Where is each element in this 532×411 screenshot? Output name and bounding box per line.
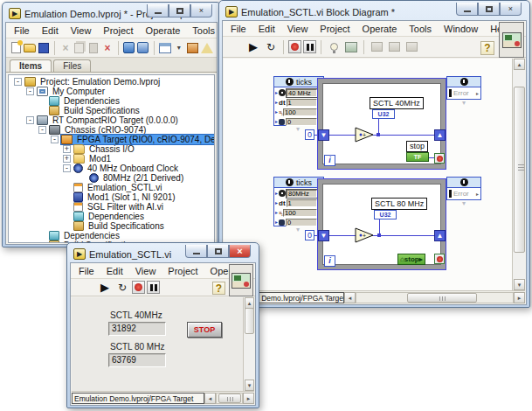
offset-value[interactable]: 0: [286, 219, 317, 226]
tree-item-my-computer[interactable]: -My Computer: [9, 87, 214, 96]
tab-files[interactable]: Files: [53, 59, 91, 72]
step-over-icon[interactable]: [386, 39, 402, 54]
clock-select-value[interactable]: 80MHz: [287, 190, 317, 198]
stop-button[interactable]: STOP: [187, 322, 222, 338]
u32-indicator-terminal[interactable]: U32: [374, 210, 397, 219]
sctl-loop-border[interactable]: [317, 178, 446, 270]
error-output-node-40mhz[interactable]: Error▸: [446, 76, 481, 100]
block-diagram-canvas[interactable]: ticks ▸40 MHz ▸dt1 ▸³²₁100 ▸0 ▾ 0 ▼ ▲: [224, 59, 525, 290]
vertical-scrollbar[interactable]: ▴ ▾: [243, 297, 254, 391]
indicator-value-80mhz[interactable]: 63769: [108, 353, 166, 367]
horizontal-scrollbar[interactable]: [216, 393, 243, 404]
run-continuously-icon[interactable]: ↻: [114, 280, 130, 295]
step-into-icon[interactable]: [369, 39, 384, 54]
horizontal-scroll-thumb[interactable]: [218, 394, 241, 403]
tree-item-chassis[interactable]: -Chassis (cRIO-9074): [9, 125, 214, 135]
highlight-execution-icon[interactable]: [326, 39, 342, 54]
shift-register-left[interactable]: ▼: [318, 129, 329, 141]
menu-file[interactable]: File: [225, 22, 252, 35]
menu-file[interactable]: File: [73, 264, 100, 277]
u32-indicator-terminal[interactable]: U32: [372, 109, 395, 119]
tree-item-sgl-filter-vi[interactable]: SGL Filter with AI.vi: [9, 202, 214, 212]
menu-project[interactable]: Project: [97, 24, 139, 37]
scroll-right-button[interactable]: ▸: [243, 393, 254, 404]
priority-value[interactable]: 100: [283, 108, 317, 116]
tree-item-build-specifications[interactable]: Build Specifications: [9, 106, 214, 115]
minimize-button[interactable]: [456, 3, 478, 16]
block-diagram-titlebar[interactable]: ▶ Emulation_SCTL.vi Block Diagram * ×: [222, 3, 527, 20]
indicator-label[interactable]: SCTL 80 MHz: [371, 198, 427, 210]
loop-condition-terminal[interactable]: [434, 153, 445, 164]
run-continuously-icon[interactable]: ↻: [263, 39, 279, 54]
tree-item-mod1-slot1[interactable]: Mod1 (Slot 1, NI 9201): [9, 192, 214, 202]
menu-file[interactable]: File: [8, 24, 36, 37]
tree-item-dependencies[interactable]: Dependencies: [9, 96, 214, 106]
shift-register-left[interactable]: ▼: [318, 230, 329, 241]
tree-item-fpga-build-specs[interactable]: Build Specifications: [9, 221, 214, 231]
dt-value[interactable]: 1: [287, 99, 317, 107]
maximize-button[interactable]: [207, 245, 229, 258]
error-output-node-80mhz[interactable]: Error▸: [446, 177, 481, 200]
stop-boolean-terminal[interactable]: TF: [406, 152, 429, 162]
increment-node[interactable]: +: [355, 227, 374, 243]
tree-item-chassis-io[interactable]: +Chassis I/O: [9, 144, 214, 154]
pause-icon[interactable]: [147, 281, 160, 294]
context-help-icon[interactable]: ?: [480, 41, 494, 55]
close-button[interactable]: ×: [500, 3, 522, 16]
scroll-down-button[interactable]: ▾: [514, 279, 525, 290]
vertical-scroll-thumb[interactable]: [245, 308, 254, 334]
tree-item-project[interactable]: -Project: Emulation Demo.lvproj: [9, 77, 214, 87]
loop-condition-terminal[interactable]: [434, 254, 445, 264]
indicator-value-40mhz[interactable]: 31892: [108, 322, 166, 336]
project-explorer-titlebar[interactable]: ▶ Emulation Demo.lvproj * - Project Expl…: [5, 5, 218, 22]
horizontal-scrollbar[interactable]: [356, 292, 514, 303]
context-help-icon[interactable]: ?: [212, 282, 225, 295]
menu-view[interactable]: View: [281, 22, 314, 35]
close-button[interactable]: ×: [190, 4, 212, 17]
dt-value[interactable]: 1: [287, 199, 317, 207]
maximize-button[interactable]: [169, 4, 190, 17]
vi-icon[interactable]: [499, 22, 524, 58]
minimize-button[interactable]: [185, 245, 207, 258]
tree-item-emulation-sctl-vi[interactable]: Emulation_SCTL.vi: [9, 183, 214, 192]
menu-tools[interactable]: Tools: [403, 22, 438, 35]
offset-value[interactable]: 0: [286, 118, 317, 126]
step-out-icon[interactable]: [404, 39, 419, 54]
retain-wire-values-icon[interactable]: [343, 39, 359, 54]
menu-operate[interactable]: Operate: [140, 24, 187, 37]
save-all-icon[interactable]: [38, 40, 50, 55]
menu-window[interactable]: Window: [438, 22, 484, 35]
menu-operate[interactable]: Operate: [356, 22, 404, 35]
shift-register-right[interactable]: ▲: [434, 230, 446, 241]
paste-icon[interactable]: [87, 40, 100, 55]
scroll-right-button[interactable]: ▸: [514, 292, 525, 303]
horizontal-scroll-thumb[interactable]: [407, 293, 477, 303]
tree-item-fpga-target[interactable]: -FPGA Target (RIO0, cRIO-9074, Dev Compu…: [9, 135, 214, 144]
scroll-up-button[interactable]: ▴: [514, 59, 525, 70]
vertical-scroll-thumb[interactable]: [514, 87, 525, 253]
delete-icon[interactable]: ×: [101, 40, 114, 55]
menu-view[interactable]: View: [129, 264, 162, 277]
tree-item-rt-dependencies[interactable]: Dependencies: [9, 231, 214, 240]
init-constant[interactable]: 0: [305, 129, 314, 140]
tree-item-80mhz-derived[interactable]: 80MHz (2/1 Derived): [9, 173, 214, 183]
tree-item-fpga-dependencies[interactable]: Dependencies: [9, 212, 214, 221]
vi-icon[interactable]: [229, 264, 253, 296]
run-icon[interactable]: ▶: [97, 280, 113, 295]
tab-items[interactable]: Items: [10, 59, 52, 72]
iteration-terminal[interactable]: i: [324, 255, 335, 267]
priority-value[interactable]: 100: [283, 209, 317, 217]
menu-edit[interactable]: Edit: [36, 24, 65, 37]
menu-edit[interactable]: Edit: [252, 22, 281, 35]
tree-item-mod1-folder[interactable]: +Mod1: [9, 154, 214, 164]
settings-dropdown-icon[interactable]: ▾: [173, 40, 185, 55]
init-constant[interactable]: 0: [305, 230, 314, 240]
execution-target-path[interactable]: Emulation Demo.lvproj/FPGA Target: [72, 393, 204, 404]
minimize-button[interactable]: [147, 4, 169, 17]
open-project-icon[interactable]: [24, 40, 36, 55]
indicator-label[interactable]: SCTL 40MHz: [370, 97, 424, 109]
clock-select-value[interactable]: 40 MHz: [287, 89, 317, 97]
run-icon[interactable]: ▶: [245, 39, 261, 54]
shift-register-right[interactable]: ▲: [434, 129, 446, 141]
pause-icon[interactable]: [303, 40, 316, 53]
